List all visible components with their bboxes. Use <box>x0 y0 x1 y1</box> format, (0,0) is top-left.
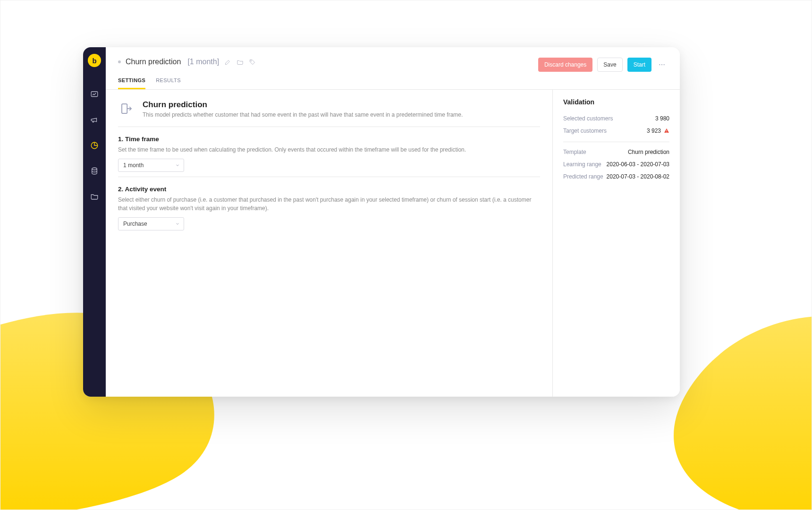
main-panel: Churn prediction [1 month] Discard chang… <box>106 47 680 397</box>
kv-label: Learning range <box>563 161 601 168</box>
folder-open-icon[interactable] <box>236 58 244 66</box>
status-dot-icon <box>118 60 121 63</box>
nav-files[interactable] <box>83 189 106 206</box>
nav-campaigns[interactable] <box>83 112 106 129</box>
svg-point-2 <box>92 168 97 170</box>
megaphone-icon <box>90 116 99 126</box>
kv-value: 3 923 <box>647 128 661 134</box>
breadcrumb: Churn prediction [1 month] <box>118 58 256 66</box>
section-timeframe-desc: Set the time frame to be used when calcu… <box>118 145 540 154</box>
pie-chart-icon <box>90 141 99 152</box>
tab-results[interactable]: RESULTS <box>156 77 181 89</box>
dashboard-icon <box>90 90 99 101</box>
svg-point-3 <box>251 60 252 61</box>
model-header: Churn prediction This model predicts whe… <box>118 100 540 127</box>
validation-panel: Validation Selected customers 3 980 Targ… <box>552 90 680 397</box>
tabs: SETTINGS RESULTS <box>106 72 680 90</box>
section-activity: 2. Activity event Select either churn of… <box>118 177 540 235</box>
more-menu-button[interactable] <box>656 59 668 70</box>
section-activity-title: 2. Activity event <box>118 186 540 193</box>
page-title-suffix: [1 month] <box>187 58 219 66</box>
app-logo[interactable]: b <box>88 54 101 67</box>
discard-button[interactable]: Discard changes <box>538 58 592 72</box>
edit-icon[interactable] <box>224 58 231 66</box>
kv-value: 3 980 <box>655 115 669 122</box>
svg-rect-7 <box>122 104 127 113</box>
churn-model-icon <box>118 100 135 117</box>
sidebar: b <box>83 47 106 397</box>
kv-learning-range: Learning range 2020-06-03 - 2020-07-03 <box>563 158 669 170</box>
page-title: Churn prediction <box>126 58 181 66</box>
kv-template: Template Churn prediction <box>563 146 669 158</box>
chevron-down-icon <box>175 163 180 168</box>
kv-value: Churn prediction <box>628 149 669 155</box>
save-button[interactable]: Save <box>597 58 622 72</box>
kv-label: Selected customers <box>563 115 613 122</box>
chevron-down-icon <box>175 221 180 226</box>
activity-select[interactable]: Purchase <box>118 217 184 230</box>
svg-rect-0 <box>91 92 98 97</box>
header-actions: Discard changes Save Start <box>538 58 668 72</box>
timeframe-select[interactable]: 1 month <box>118 159 184 172</box>
kv-selected-customers: Selected customers 3 980 <box>563 112 669 125</box>
nav-analytics[interactable] <box>83 138 106 155</box>
timeframe-selected: 1 month <box>123 162 144 169</box>
kv-target-customers: Target customers 3 923 <box>563 125 669 137</box>
tag-icon[interactable] <box>248 58 256 66</box>
svg-point-4 <box>659 64 660 65</box>
app-window: b <box>83 47 680 397</box>
svg-point-6 <box>664 64 665 65</box>
section-activity-desc: Select either churn of purchase (i.e. a … <box>118 196 540 212</box>
kv-label: Template <box>563 149 586 155</box>
tab-settings[interactable]: SETTINGS <box>118 77 145 89</box>
kv-label: Target customers <box>563 128 607 134</box>
validation-title: Validation <box>563 98 669 106</box>
kv-value: 2020-06-03 - 2020-07-03 <box>607 161 669 168</box>
model-title: Churn prediction <box>143 100 463 110</box>
app-logo-glyph: b <box>92 57 96 65</box>
svg-point-5 <box>661 64 662 65</box>
section-timeframe-title: 1. Time frame <box>118 136 540 143</box>
section-timeframe: 1. Time frame Set the time frame to be u… <box>118 127 540 177</box>
kv-predicted-range: Predicted range 2020-07-03 - 2020-08-02 <box>563 170 669 183</box>
folder-icon <box>90 192 99 203</box>
start-button[interactable]: Start <box>627 58 651 72</box>
kv-label: Predicted range <box>563 173 603 180</box>
page-header: Churn prediction [1 month] Discard chang… <box>106 47 680 72</box>
nav-data[interactable] <box>83 163 106 180</box>
divider <box>563 142 669 142</box>
kv-value: 2020-07-03 - 2020-08-02 <box>607 173 669 180</box>
nav-dashboard[interactable] <box>83 87 106 104</box>
settings-content: Churn prediction This model predicts whe… <box>106 90 552 397</box>
database-icon <box>90 167 99 177</box>
model-description: This model predicts whether customer tha… <box>143 111 463 118</box>
activity-selected: Purchase <box>123 221 147 227</box>
warning-icon[interactable] <box>664 128 669 134</box>
